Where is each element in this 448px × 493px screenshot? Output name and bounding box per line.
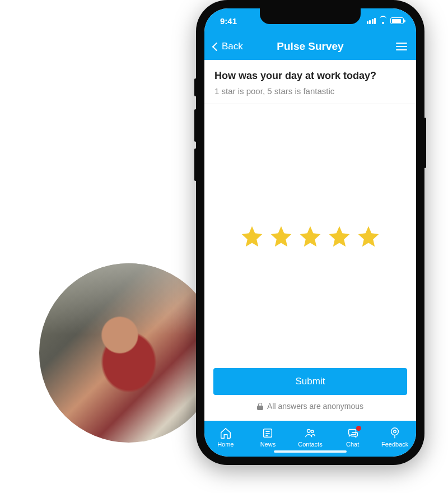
tab-feedback[interactable]: Feedback [374, 427, 416, 448]
tab-contacts[interactable]: Contacts [289, 427, 332, 448]
back-label: Back [222, 41, 243, 52]
lock-icon [257, 403, 263, 410]
status-indicators [367, 17, 404, 24]
submit-button[interactable]: Submit [213, 368, 407, 395]
tab-label: Feedback [381, 441, 408, 448]
wifi-icon [379, 17, 388, 24]
star-4[interactable] [327, 224, 352, 249]
star-1[interactable] [240, 224, 264, 249]
survey-subtitle: 1 star is poor, 5 stars is fantastic [214, 86, 406, 96]
battery-icon [390, 17, 404, 24]
anonymous-note: All answers are anonymous [213, 402, 407, 414]
chevron-left-icon [212, 42, 221, 51]
status-time: 9:41 [220, 16, 237, 26]
star-3[interactable] [298, 224, 323, 249]
phone-silence-switch [194, 78, 197, 96]
tab-label: Contacts [298, 441, 322, 448]
content: How was your day at work today? 1 star i… [204, 60, 416, 421]
tab-news[interactable]: News [247, 427, 290, 448]
contacts-icon [304, 427, 316, 439]
hamburger-icon [396, 43, 407, 44]
home-indicator[interactable] [274, 450, 347, 453]
survey-question: How was your day at work today? [214, 70, 406, 82]
cellular-icon [367, 18, 376, 24]
svg-point-4 [307, 429, 310, 432]
anonymous-text: All answers are anonymous [267, 402, 363, 411]
tab-home[interactable]: Home [204, 427, 247, 448]
screen: 9:41 Back Pulse Survey How was your day … [204, 8, 416, 457]
phone-power-button [424, 118, 426, 168]
phone-mockup: 9:41 Back Pulse Survey How was your day … [196, 0, 424, 465]
svg-point-5 [311, 430, 314, 432]
back-button[interactable]: Back [213, 41, 243, 52]
feedback-icon [389, 427, 401, 439]
page-title: Pulse Survey [277, 40, 343, 53]
chat-icon [347, 427, 359, 439]
star-5[interactable] [356, 224, 381, 249]
menu-button[interactable] [396, 43, 407, 50]
tab-label: Home [217, 441, 234, 448]
news-icon [262, 427, 274, 439]
nav-bar: Back Pulse Survey [204, 33, 416, 60]
question-block: How was your day at work today? 1 star i… [204, 60, 416, 104]
tab-chat[interactable]: Chat [332, 427, 374, 448]
rating-stars [204, 104, 416, 368]
phone-volume-down [194, 148, 197, 181]
tab-label: Chat [346, 441, 359, 448]
svg-point-6 [391, 427, 399, 435]
tab-label: News [260, 441, 276, 448]
bottom-area: Submit All answers are anonymous [204, 368, 416, 421]
notification-badge [356, 426, 361, 431]
notch [260, 8, 361, 24]
star-2[interactable] [269, 224, 293, 249]
home-icon [220, 427, 232, 439]
background-photo [39, 263, 218, 443]
phone-volume-up [194, 109, 197, 142]
svg-point-7 [394, 430, 396, 432]
